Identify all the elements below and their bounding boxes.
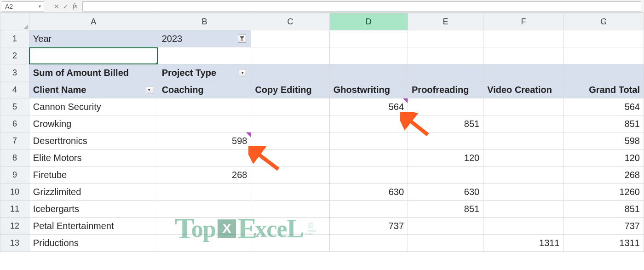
cell[interactable] [329, 235, 408, 252]
cell[interactable] [251, 184, 329, 201]
cell[interactable] [251, 47, 329, 64]
cell[interactable]: 598 [158, 132, 251, 149]
cell[interactable] [329, 201, 408, 218]
confirm-button[interactable]: ✓ [61, 2, 70, 11]
row-header[interactable]: 10 [0, 184, 29, 201]
pivot-rows-field[interactable]: Client Name▾ [29, 81, 158, 98]
row-header[interactable]: 11 [0, 201, 29, 218]
cell[interactable] [408, 218, 483, 235]
cell[interactable] [251, 30, 329, 47]
pivot-column-label[interactable]: Coaching [158, 81, 251, 98]
cell[interactable] [329, 64, 408, 81]
cell[interactable] [251, 132, 329, 149]
pivot-filter-field[interactable]: Year [29, 30, 158, 47]
cell[interactable] [158, 149, 251, 167]
cell[interactable]: 1311 [483, 235, 564, 252]
pivot-row-label[interactable]: Icebergarts [29, 201, 158, 218]
cell[interactable] [158, 115, 251, 132]
column-header[interactable]: C [251, 13, 329, 30]
row-header[interactable]: 12 [0, 218, 29, 235]
pivot-columns-field[interactable]: Project Type▾ [158, 64, 251, 81]
cell[interactable] [251, 64, 329, 81]
cell[interactable]: 120 [408, 149, 483, 167]
cell[interactable]: 564 [329, 98, 408, 115]
cell[interactable]: 630 [329, 184, 408, 201]
pivot-row-label[interactable]: Grizzlimited [29, 184, 158, 201]
cell[interactable] [408, 167, 483, 184]
cell[interactable] [158, 98, 251, 115]
cell[interactable] [158, 184, 251, 201]
column-header[interactable]: E [408, 13, 483, 30]
cell[interactable]: 851 [408, 115, 483, 132]
cell[interactable] [408, 132, 483, 149]
cell[interactable] [251, 167, 329, 184]
pivot-column-label[interactable]: Video Creation [483, 81, 564, 98]
dropdown-icon[interactable]: ▾ [146, 86, 153, 93]
cell[interactable] [483, 30, 564, 47]
row-header[interactable]: 13 [0, 235, 29, 252]
row-header[interactable]: 5 [0, 98, 29, 115]
cell[interactable] [483, 115, 564, 132]
cell[interactable] [251, 115, 329, 132]
row-header[interactable]: 3 [0, 64, 29, 81]
filter-icon[interactable] [238, 34, 246, 43]
cell[interactable]: 737 [564, 218, 644, 235]
active-cell[interactable] [29, 47, 158, 64]
cell[interactable] [483, 64, 564, 81]
pivot-data-field[interactable]: Sum of Amount Billed [29, 64, 158, 81]
cell[interactable] [408, 47, 483, 64]
cell[interactable]: 737 [329, 218, 408, 235]
cell[interactable] [564, 64, 644, 81]
pivot-column-label[interactable]: Grand Total [564, 81, 644, 98]
cell[interactable]: 851 [564, 201, 644, 218]
row-header[interactable]: 7 [0, 132, 29, 149]
formula-input[interactable] [82, 1, 641, 11]
cell[interactable] [483, 47, 564, 64]
cell[interactable] [408, 235, 483, 252]
cell[interactable]: 268 [564, 167, 644, 184]
cell[interactable]: 851 [564, 115, 644, 132]
cell[interactable] [564, 30, 644, 47]
pivot-row-label[interactable]: Elite Motors [29, 149, 158, 167]
cell[interactable] [329, 47, 408, 64]
pivot-row-label[interactable]: Crowking [29, 115, 158, 132]
cell[interactable] [158, 201, 251, 218]
cell[interactable] [251, 201, 329, 218]
cell[interactable] [408, 98, 483, 115]
pivot-row-label[interactable]: Deserttronics [29, 132, 158, 149]
row-header[interactable]: 9 [0, 167, 29, 184]
cell[interactable] [251, 98, 329, 115]
column-header[interactable]: D [329, 13, 408, 30]
cell[interactable]: 851 [408, 201, 483, 218]
cell[interactable]: 598 [564, 132, 644, 149]
cell[interactable] [483, 98, 564, 115]
cell[interactable] [251, 149, 329, 167]
row-header[interactable]: 4 [0, 81, 29, 98]
fx-button[interactable]: fx [70, 2, 80, 11]
name-box[interactable]: A2 ▾ [2, 1, 44, 11]
pivot-column-label[interactable]: Proofreading [408, 81, 483, 98]
cell[interactable] [329, 149, 408, 167]
column-header[interactable]: F [483, 13, 564, 30]
cell[interactable] [329, 30, 408, 47]
cell[interactable] [251, 218, 329, 235]
column-header[interactable]: A [29, 13, 158, 30]
pivot-column-label[interactable]: Ghostwriting [329, 81, 408, 98]
cell[interactable] [483, 201, 564, 218]
cell[interactable] [483, 132, 564, 149]
pivot-filter-value[interactable]: 2023 [158, 30, 251, 47]
cell[interactable] [329, 167, 408, 184]
cell[interactable] [483, 218, 564, 235]
cell[interactable] [483, 149, 564, 167]
pivot-row-label[interactable]: Petal Entertainment [29, 218, 158, 235]
pivot-row-label[interactable]: Firetube [29, 167, 158, 184]
column-header[interactable]: B [158, 13, 251, 30]
row-header[interactable]: 2 [0, 47, 29, 64]
cancel-button[interactable]: ✕ [52, 2, 61, 11]
cell[interactable]: 1311 [564, 235, 644, 252]
row-header[interactable]: 8 [0, 149, 29, 167]
cell[interactable] [158, 235, 251, 252]
cell[interactable] [483, 167, 564, 184]
select-all-corner[interactable] [0, 13, 29, 30]
cell[interactable] [329, 115, 408, 132]
